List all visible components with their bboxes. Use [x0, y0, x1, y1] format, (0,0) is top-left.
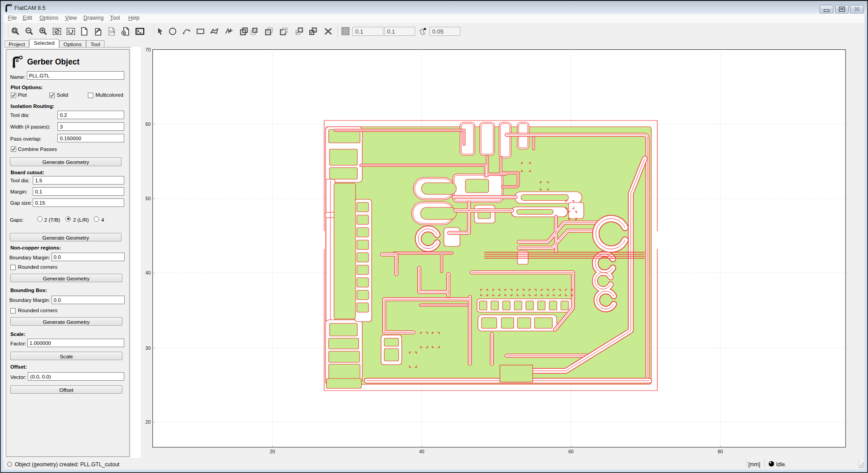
svg-text:60: 60 [569, 449, 574, 454]
svg-text:40: 40 [419, 449, 425, 454]
svg-text:30: 30 [145, 345, 151, 351]
svg-text:60: 60 [145, 121, 151, 127]
svg-text:20: 20 [270, 449, 275, 454]
svg-text:40: 40 [145, 270, 151, 275]
svg-text:50: 50 [145, 196, 151, 201]
svg-text:80: 80 [718, 449, 723, 454]
svg-text:20: 20 [145, 419, 151, 425]
svg-text:Ok: Ok [109, 30, 115, 34]
svg-text:70: 70 [145, 47, 151, 52]
